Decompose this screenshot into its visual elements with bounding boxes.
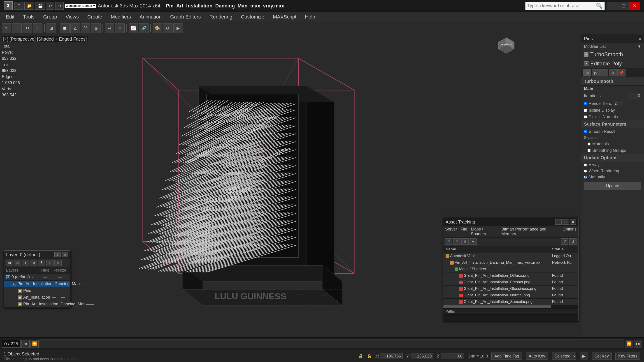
timeline-prev-btn[interactable]: ⏪ [30,340,38,348]
smoothing-groups-checkbox[interactable] [588,149,590,152]
asset-menu-file[interactable]: File [461,227,467,236]
timeline-track[interactable] [40,339,624,348]
lock-icon[interactable]: 🔒 [367,354,372,359]
schematic-view[interactable]: 🔗 [139,23,148,33]
menu-item-customize[interactable]: Customize [237,13,268,21]
asset-row[interactable]: Autodesk VaultLogged Ou... [443,253,578,259]
x-input[interactable] [380,353,403,359]
layer-row-art-installation[interactable]: 📁 Art_Installation — — [4,294,70,301]
timeline-start-btn[interactable]: ⏮ [22,340,30,348]
asset-close-btn[interactable]: ✕ [570,219,576,225]
tab-motion[interactable]: ▷ [592,69,600,76]
spinner-snap[interactable]: ⊠ [91,23,101,33]
layer-row-pins[interactable]: 📁 Pins — — [4,287,70,294]
render-setup[interactable]: ⚙ [163,23,172,33]
layer-remove-btn[interactable]: ✕ [14,260,21,266]
asset-menu-options[interactable]: Options [562,227,576,236]
asset-row[interactable]: Maps / Shaders [443,266,578,273]
maximize-btn[interactable]: □ [618,2,629,10]
asset-path-input[interactable] [443,315,578,322]
render-iters-checkbox[interactable] [584,102,587,105]
key-filters-btn[interactable]: Key Filters [615,353,640,360]
asset-tool-2[interactable]: ⊟ [453,238,460,245]
manually-radio[interactable] [584,176,587,179]
menu-item-animation[interactable]: Animation [136,13,166,21]
materials-checkbox[interactable] [588,143,590,145]
asset-tool-help[interactable]: ? [561,238,568,245]
select-tool[interactable]: ↖ [2,23,11,33]
asset-scrollbar-thumb[interactable] [443,305,551,308]
asset-tool-1[interactable]: ⊞ [445,238,452,245]
asset-row[interactable]: Giant_Pin_Art_Installation_Specular.pngF… [443,299,578,305]
layer-hide-btn[interactable]: 👁 [38,260,45,266]
undo-btn[interactable]: ↩ [46,2,54,10]
set-key-btn[interactable]: Set Key [592,353,612,360]
asset-row[interactable]: Giant_Pin_Art_Installation_Normal.pngFou… [443,292,578,299]
menu-item-group[interactable]: Group [39,13,61,21]
layer-row-pin-art[interactable]: E Pin_Art_Installation_Dancing_Man — — [4,281,70,287]
asset-restore-btn[interactable]: □ [562,219,569,225]
layer-add-btn[interactable]: + [22,260,29,266]
selected-mode-select[interactable]: Selected [552,353,576,360]
move-tool[interactable]: ✛ [12,23,22,33]
auto-key-btn[interactable]: Auto Key [526,353,548,360]
tab-hierarchy[interactable]: ⊞ [583,69,591,76]
always-radio[interactable] [584,164,587,166]
minimize-btn[interactable]: — [606,2,618,10]
layer-options-btn[interactable]: ≡ [54,260,62,266]
asset-row[interactable]: Giant_Pin_Art_Installation_Fresnel.pngFo… [443,279,578,286]
search-input[interactable] [527,3,595,8]
tab-display[interactable]: □ [600,69,608,76]
asset-row[interactable]: Giant_Pin_Art_Installation_Glossiness.pn… [443,286,578,292]
when-rendering-radio[interactable] [584,170,587,173]
layer-row-default[interactable]: 0 0 (default) ✓ — — [4,274,70,281]
layer-select-btn[interactable]: ⊞ [6,260,13,266]
orientation-cube[interactable]: Perspective [497,36,515,54]
layer-help-btn[interactable]: ? [54,252,61,257]
close-btn[interactable]: ✕ [629,2,640,10]
layer-close-btn[interactable]: ✕ [62,252,68,257]
menu-item-maxscript[interactable]: MAXScript [269,13,300,21]
asset-menu-server[interactable]: Server [445,227,457,236]
menu-item-modifiers[interactable]: Modifiers [107,13,135,21]
y-input[interactable] [411,353,434,359]
tab-pin[interactable]: 📌 [617,69,626,76]
redo-btn[interactable]: ↪ [55,2,64,10]
asset-scrollbar[interactable] [443,305,578,308]
snap-toggle[interactable]: 🔲 [60,23,70,33]
menu-item-graph-editors[interactable]: Graph Editors [166,13,205,21]
timeline-end-btn[interactable]: ⏭ [634,340,642,348]
update-button[interactable]: Update [584,182,641,190]
asset-tool-4[interactable]: ≡ [470,238,477,245]
save-btn[interactable]: 💾 [35,2,45,10]
mirror-tool[interactable]: ⇔ [105,23,114,33]
isoline-checkbox[interactable] [584,109,587,112]
turbosmooth-modifier[interactable]: ■ TurboSmooth [581,50,644,59]
render-iters-input[interactable] [614,101,623,106]
z-input[interactable] [442,353,464,359]
new-btn[interactable]: 🗋 [14,2,24,10]
material-editor[interactable]: 🎨 [152,23,162,33]
menu-item-views[interactable]: Views [62,13,82,21]
iterations-input[interactable] [628,93,641,99]
tab-utilities[interactable]: ⚙ [609,69,617,76]
workspace-selector[interactable]: Workspace: Default [64,3,96,8]
ref-coord-select[interactable]: ⊞ [46,23,56,33]
search-box[interactable]: 🔍 [525,2,605,10]
asset-row[interactable]: Giant_Pin_Art_Installation_Diffuse.pngFo… [443,273,578,279]
smooth-result-checkbox[interactable] [584,130,587,133]
align-tool[interactable]: ≡ [115,23,124,33]
percent-snap[interactable]: % [81,23,90,33]
asset-row[interactable]: Pin_Art_Installation_Dancing_Man_max_vra… [443,259,578,266]
curve-editor[interactable]: 📈 [129,23,138,33]
editable-poly-modifier[interactable]: ■ Editable Poly [581,59,644,68]
snap-icon[interactable]: 🔒 [358,354,363,359]
layer-freeze-btn[interactable]: ❄ [30,260,37,266]
add-time-tag-btn[interactable]: Add Time Tag [492,353,522,360]
angle-snap[interactable]: ∠ [70,23,80,33]
rotate-tool[interactable]: ↻ [22,23,32,33]
layer-row-pin-art-dancing[interactable]: 📁 Pin_Art_Installation_Dancing_Man — — [4,301,70,308]
asset-menu-bitmap[interactable]: Bitmap Performance and Memory [501,227,559,236]
open-btn[interactable]: 📁 [24,2,34,10]
quick-render[interactable]: ▶ [173,23,183,33]
